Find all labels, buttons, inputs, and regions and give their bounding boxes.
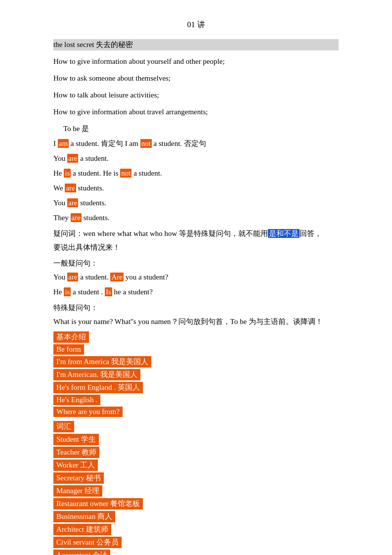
line-3: How to talk about leisure activities; [53, 89, 339, 101]
highlight-are-3: are [67, 198, 78, 207]
tobe-sentence-1: I am a student. 肯定句 I am not a student. … [53, 138, 339, 149]
vocab-item-7: Businessman 商人 [53, 511, 115, 522]
vocab-item-6: Restaurant owner 餐馆老板 [53, 498, 143, 509]
basic-intro-section: 基本介绍 Be form I'm from America 我是美国人 I'm … [53, 331, 339, 417]
special-q-example: What is your name? What''s you namen？问句放… [53, 316, 339, 327]
vocab-item-accountant: Accountant 会计 [53, 550, 110, 555]
vocab-item-civil: Civil servant 公务员 [53, 537, 122, 548]
vocab-item-4: Secretary 秘书 [53, 472, 104, 484]
highlight-are-1: are [67, 154, 78, 163]
line-1: How to give information about yourself a… [53, 55, 339, 67]
highlight-are-5: are [67, 273, 78, 281]
highlight-not-2: not [120, 169, 131, 178]
highlight-are-4: are [71, 213, 82, 222]
basic-intro-item-2: I'm American. 我是美国人 [53, 369, 140, 380]
general-q-2: He is a student . Is he a student? [53, 286, 339, 298]
highlight-are-2: are [65, 184, 76, 192]
vocab-item-5: Manager 经理 [53, 485, 102, 497]
highlight-am: am [58, 139, 69, 148]
basic-intro-item-1: I'm from America 我是美国人 [53, 356, 151, 368]
vocab-header: 词汇 [53, 421, 74, 432]
general-q-header: 一般疑问句： [53, 257, 339, 269]
highlight-is-1: is [64, 169, 71, 178]
highlight-are-q1: Are [110, 273, 124, 281]
vocab-item-architect: Architect 建筑师 [53, 524, 111, 535]
highlight-is-2: is [64, 287, 71, 296]
highlight-is-q2: Is [105, 287, 112, 296]
page-title: 01 讲 [53, 20, 339, 30]
vocab-item-3: Worker 工人 [53, 460, 98, 471]
tobe-sentence-6: They are students. [53, 212, 339, 224]
highlight-not-1: not [140, 139, 152, 148]
subtitle-bar: the lost secret 失去的秘密 [53, 39, 339, 50]
tobe-sentence-2: You are a student. [53, 152, 339, 164]
basic-intro-item-5: Where are you from? [53, 407, 123, 417]
question-intro-2: 要说出具体情况来！ [53, 241, 339, 253]
beform-label: Be form [53, 344, 84, 355]
tobe-header: To be 是 [63, 123, 339, 135]
tobe-sentence-5: You are students. [53, 197, 339, 209]
question-intro: 疑问词：wen where what what who how 等是特殊疑问句，… [53, 228, 339, 239]
basic-intro-header: 基本介绍 [53, 331, 89, 343]
vocabulary-section: 词汇 Student 学生 Teacher 教师 Worker 工人 Secre… [53, 421, 339, 555]
tobe-sentence-4: We are students. [53, 182, 339, 194]
basic-intro-item-3: He's form England . 英国人 [53, 382, 143, 393]
line-2: How to ask someone about themselves; [53, 72, 339, 84]
line-4: How to give information about travel arr… [53, 106, 339, 118]
highlight-blue-shihebushi: 是和不是 [268, 229, 300, 238]
basic-intro-item-4: He's English . [53, 395, 100, 405]
special-q-header: 特殊疑问句： [53, 302, 339, 314]
general-q-1: You are a student. Are you a student? [53, 271, 339, 283]
tobe-sentence-3: He is a student. He is not a student. [53, 167, 339, 179]
vocab-item-1: Student 学生 [53, 434, 99, 445]
vocab-item-2: Teacher 教师 [53, 447, 99, 458]
